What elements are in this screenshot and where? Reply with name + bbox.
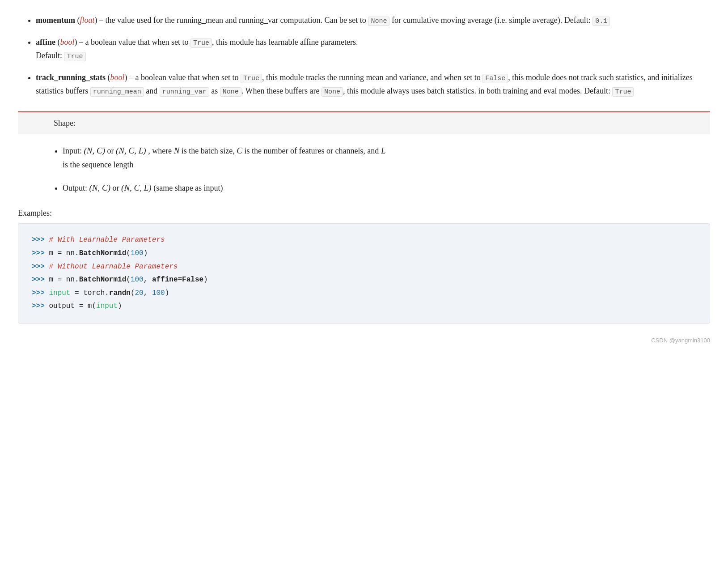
code-prompt-5: >>> [32,289,45,297]
shape-input-n: N [174,146,180,155]
shape-input-math1: (N, C) [84,146,106,155]
param-name-momentum: momentum [36,16,75,25]
shape-input-desc: , where [148,146,174,155]
code-prompt-6: >>> [32,302,45,310]
param-name-affine: affine [36,38,55,47]
code-num-100-1: 100 [131,249,144,257]
param-desc-affine: – a boolean value that when set to True,… [36,38,358,60]
code-var-input: input [49,289,70,297]
shape-input-label: Input: [63,146,84,155]
code-line-1: >>> # With Learnable Parameters [32,234,696,247]
code-text-2: m = nn.BatchNorm1d(100) [49,249,148,257]
code-running-var: running_var [160,87,209,97]
shape-input-l: L [381,146,386,155]
shape-output-or: or [113,183,122,192]
param-type-wrapper-track: (bool) [108,73,127,82]
code-num-20: 20 [135,289,143,297]
shape-input-desc3: is the number of features or channels, a… [244,146,381,155]
code-fn-batchnorm-2: BatchNorm1d [79,276,127,284]
code-comment-1: # With Learnable Parameters [49,236,165,244]
code-comment-3: # Without Learnable Parameters [49,263,178,271]
code-kw-affine: affine=False [152,276,203,284]
param-type-track: bool [110,73,125,82]
watermark: CSDN @yangmin3100 [18,337,710,344]
code-true-affine: True [190,38,212,48]
code-num-100-3: 100 [152,289,165,297]
code-prompt-4: >>> [32,276,45,284]
shape-output-desc: (same shape as input) [153,183,223,192]
shape-input: Input: (N, C) or (N, C, L) , where N is … [63,143,710,172]
param-affine: affine (bool) – a boolean value that whe… [36,35,710,63]
shape-input-c: C [237,146,242,155]
shape-section-header: Shape: [18,112,710,134]
examples-label: Examples: [18,209,710,218]
param-type-momentum: float [80,16,95,25]
param-momentum: momentum (float) – the value used for th… [36,13,710,27]
code-true-track: True [241,74,262,83]
code-line-5: >>> input = torch.randn(20, 100) [32,287,696,300]
code-prompt-3: >>> [32,263,45,271]
code-fn-randn: randn [109,289,131,297]
shape-output-label: Output: [63,183,89,192]
code-var-input-ref: input [96,302,118,310]
code-text-6: output = m(input) [49,302,122,310]
param-desc-track: – a boolean value that when set to True,… [36,73,693,96]
shape-input-desc2: is the batch size, [182,146,237,155]
shape-list: Input: (N, C) or (N, C, L) , where N is … [63,143,710,196]
code-prompt-2: >>> [32,249,45,257]
code-text-5: input = torch.randn(20, 100) [49,289,169,297]
code-running-mean: running_mean [90,87,144,97]
code-line-6: >>> output = m(input) [32,300,696,313]
code-text-4: m = nn.BatchNorm1d(100, affine=False) [49,276,207,284]
shape-label: Shape: [54,119,76,128]
code-block: >>> # With Learnable Parameters >>> m = … [18,223,710,324]
shape-output-math1: (N, C) [89,183,111,192]
shape-output-math2: (N, C, L) [121,183,152,192]
shape-input-math2: (N, C, L) [116,146,146,155]
code-default-track: True [612,87,634,97]
code-default-momentum: 0.1 [593,17,610,26]
code-line-2: >>> m = nn.BatchNorm1d(100) [32,247,696,260]
param-type-wrapper-affine: (bool) [58,38,77,47]
shape-output: Output: (N, C) or (N, C, L) (same shape … [63,180,710,196]
param-type-wrapper-momentum: (float) [77,16,97,25]
code-default-affine: True [64,52,85,61]
code-num-100-2: 100 [131,276,144,284]
code-line-3: >>> # Without Learnable Parameters [32,260,696,274]
shape-input-desc4: is the sequence length [63,160,133,169]
shape-input-or: or [107,146,116,155]
code-prompt-1: >>> [32,236,45,244]
param-name-track: track_running_stats [36,73,106,82]
param-track-running-stats: track_running_stats (bool) – a boolean v… [36,71,710,98]
param-desc-momentum: – the value used for the running_mean an… [99,16,610,25]
code-fn-batchnorm-1: BatchNorm1d [79,249,127,257]
code-none-momentum: None [368,17,389,26]
param-type-affine: bool [60,38,75,47]
code-none-track2: None [322,87,343,97]
code-false-track: False [483,74,508,83]
code-none-track1: None [220,87,241,97]
shape-content: Input: (N, C) or (N, C, L) , where N is … [18,143,710,196]
params-list: momentum (float) – the value used for th… [36,13,710,98]
code-line-4: >>> m = nn.BatchNorm1d(100, affine=False… [32,273,696,287]
